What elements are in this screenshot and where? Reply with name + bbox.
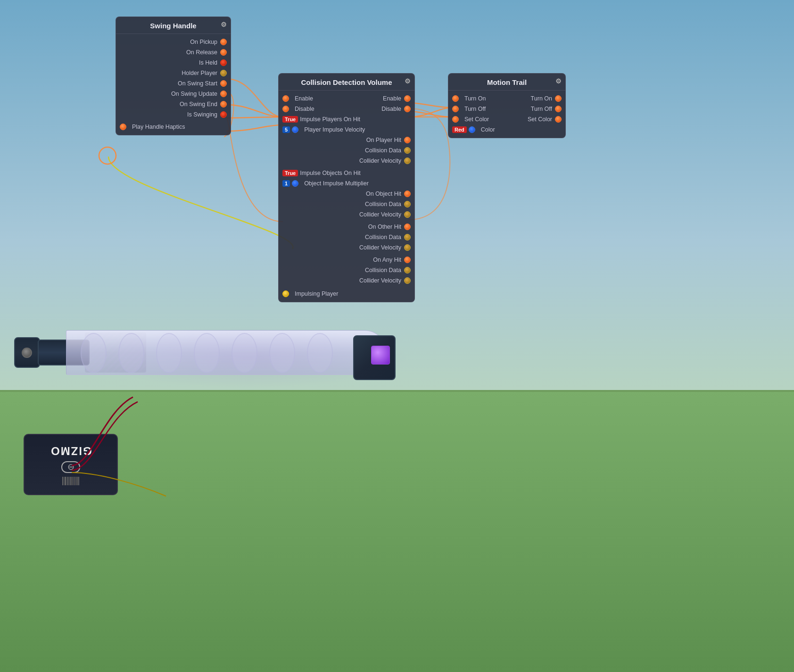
on-release-port[interactable] — [220, 49, 227, 56]
emitter-gem — [371, 346, 390, 365]
emitter-block — [353, 335, 396, 380]
bolt — [22, 348, 32, 358]
node-row: Collision Data — [279, 199, 414, 209]
on-pickup-port[interactable] — [220, 39, 227, 45]
pommel — [14, 337, 40, 368]
blade-ring — [269, 333, 295, 373]
node-row: On Swing End — [116, 99, 231, 109]
player-velocity-port[interactable] — [292, 126, 298, 133]
turn-off-left-port[interactable] — [452, 106, 459, 112]
node-row: Disable Disable — [279, 104, 414, 114]
collision-data-port1[interactable] — [404, 147, 411, 154]
node-row: Impulsing Player — [279, 289, 414, 299]
gizmo-controller: GIZMO ⊖ — [24, 434, 118, 495]
disable-left-port[interactable] — [282, 106, 289, 112]
node-row: On Swing Update — [116, 89, 231, 99]
node-row: 1 Object Impulse Multiplier — [279, 178, 414, 189]
node-row: Collision Data — [279, 232, 414, 242]
collision-data-port4[interactable] — [404, 267, 411, 274]
on-player-hit-port[interactable] — [404, 137, 411, 143]
motion-trail-title: Motion Trail ⚙ — [448, 74, 565, 91]
obj-multiplier-port[interactable] — [292, 180, 298, 187]
enable-right-port[interactable] — [404, 95, 411, 102]
node-row: True Impulse Objects On Hit — [279, 168, 414, 178]
node-row: Collider Velocity — [279, 242, 414, 253]
blade-ring — [232, 333, 257, 373]
holder-player-port[interactable] — [220, 70, 227, 76]
node-row: Play Handle Haptics — [116, 122, 231, 132]
is-swinging-port[interactable] — [220, 111, 227, 118]
collision-data-port2[interactable] — [404, 201, 411, 207]
node-row: Collider Velocity — [279, 209, 414, 220]
collision-detection-node: Collision Detection Volume ⚙ Enable Enab… — [278, 73, 415, 302]
blade-body — [66, 330, 387, 375]
node-row: Is Swinging — [116, 109, 231, 120]
on-swing-update-port[interactable] — [220, 91, 227, 97]
collider-vel-port2[interactable] — [404, 211, 411, 218]
on-any-hit-port[interactable] — [404, 257, 411, 263]
collider-vel-port4[interactable] — [404, 277, 411, 284]
node-row: On Swing Start — [116, 78, 231, 89]
blade-ring — [194, 333, 220, 373]
node-row: Collision Data — [279, 145, 414, 156]
collision-data-port3[interactable] — [404, 234, 411, 241]
node-row: Holder Player — [116, 68, 231, 78]
node-row: Red Color — [448, 124, 565, 135]
collision-gear-icon[interactable]: ⚙ — [405, 77, 411, 85]
barcode — [62, 477, 79, 485]
turn-off-right-port[interactable] — [555, 106, 562, 112]
node-row: Is Held — [116, 58, 231, 68]
swing-handle-node: Swing Handle ⚙ On Pickup On Release Is H… — [116, 17, 231, 135]
node-row: Collision Data — [279, 265, 414, 275]
collider-vel-port3[interactable] — [404, 244, 411, 251]
node-row: Enable Enable — [279, 93, 414, 104]
collision-detection-title: Collision Detection Volume ⚙ — [279, 74, 414, 91]
node-row: Turn Off Turn Off — [448, 104, 565, 114]
node-row: Collider Velocity — [279, 275, 414, 286]
node-row: 5 Player Impulse Velocity — [279, 124, 414, 135]
gizmo-wires — [25, 435, 213, 623]
motion-trail-gear-icon[interactable]: ⚙ — [555, 77, 562, 85]
color-port[interactable] — [469, 126, 475, 133]
node-row: On Other Hit — [279, 222, 414, 232]
node-row: On Pickup — [116, 37, 231, 47]
node-row: Collider Velocity — [279, 156, 414, 166]
is-held-port[interactable] — [220, 59, 227, 66]
node-row: Turn On Turn On — [448, 93, 565, 104]
turn-on-right-port[interactable] — [555, 95, 562, 102]
node-row: Set Color Set Color — [448, 114, 565, 124]
node-row: On Player Hit — [279, 135, 414, 145]
blade-ring — [156, 333, 182, 373]
node-row: True Impulse Players On Hit — [279, 114, 414, 124]
set-color-right-port[interactable] — [555, 116, 562, 123]
collider-vel-port1[interactable] — [404, 158, 411, 164]
blade-ring — [81, 333, 107, 373]
swing-handle-gear-icon[interactable]: ⚙ — [221, 21, 227, 28]
gizmo-icon: ⊖ — [61, 461, 80, 473]
node-row: On Any Hit — [279, 255, 414, 265]
on-other-hit-port[interactable] — [404, 224, 411, 230]
node-row: On Object Hit — [279, 189, 414, 199]
3d-scene: GIZMO ⊖ — [0, 302, 794, 672]
impulsing-player-port[interactable] — [282, 290, 289, 297]
swing-handle-title: Swing Handle ⚙ — [116, 17, 231, 34]
set-color-left-port[interactable] — [452, 116, 459, 123]
play-haptics-port[interactable] — [120, 124, 126, 130]
blade-ring — [307, 333, 333, 373]
disable-right-port[interactable] — [404, 106, 411, 112]
motion-trail-node: Motion Trail ⚙ Turn On Turn On Turn Off … — [448, 73, 566, 138]
on-obj-hit-port[interactable] — [404, 191, 411, 197]
turn-on-left-port[interactable] — [452, 95, 459, 102]
on-swing-end-port[interactable] — [220, 101, 227, 108]
gizmo-logo: GIZMO — [50, 444, 92, 457]
blade-ring — [118, 333, 144, 373]
node-row: On Release — [116, 47, 231, 58]
sword-assembly — [38, 325, 462, 420]
on-swing-start-port[interactable] — [220, 80, 227, 87]
enable-left-port[interactable] — [282, 95, 289, 102]
